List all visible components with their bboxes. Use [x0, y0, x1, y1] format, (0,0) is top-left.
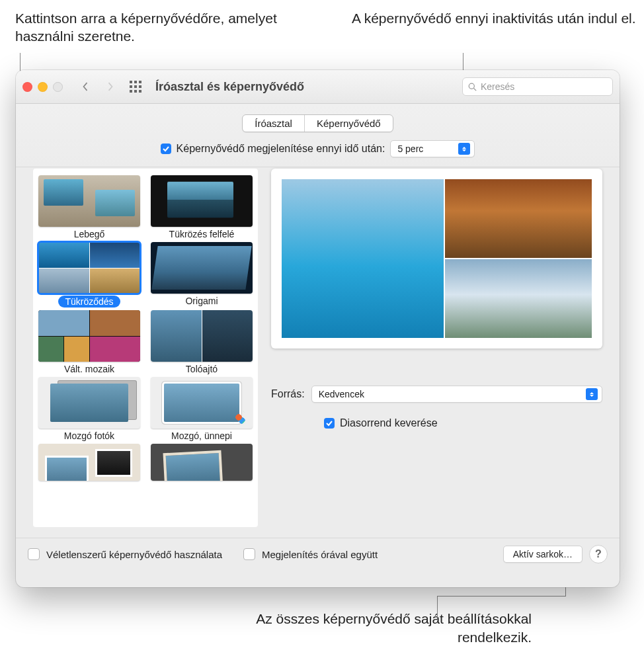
screensaver-thumb-label: Vált. mozaik [64, 364, 114, 374]
show-after-label: Képernyővédő megjelenítése ennyi idő utá… [177, 143, 385, 155]
chevron-up-down-icon [586, 388, 598, 400]
svg-point-9 [469, 83, 474, 89]
zoom-button [53, 82, 63, 92]
back-button[interactable] [76, 78, 95, 95]
shuffle-checkbox[interactable] [324, 418, 335, 429]
clock-checkbox[interactable] [243, 548, 255, 560]
screensaver-thumb-label: Lebegő [74, 229, 105, 239]
tab-desktop[interactable]: Íróasztal [243, 115, 305, 132]
screensaver-thumb[interactable]: Tolóajtó [151, 310, 253, 374]
screensaver-thumb[interactable]: Tükrözés felfelé [151, 175, 253, 239]
screensaver-list[interactable]: LebegőTükrözés felfeléTükröződésOrigamiV… [33, 169, 258, 527]
source-row: Forrás: Kedvencek [271, 386, 602, 403]
svg-rect-0 [130, 81, 132, 83]
svg-rect-6 [130, 90, 132, 93]
screensaver-thumb[interactable]: Origami [151, 242, 253, 308]
search-icon [468, 83, 477, 91]
source-value: Kedvencek [319, 389, 579, 399]
window-controls [22, 82, 63, 92]
forward-button[interactable] [101, 78, 120, 95]
source-popup[interactable]: Kedvencek [311, 386, 602, 403]
screensaver-thumb-label: Mozgó, ünnepi [171, 431, 232, 441]
chevron-up-down-icon [458, 143, 470, 155]
search-input[interactable]: Keresés [462, 77, 613, 96]
tab-bar: Íróasztal Képernyővédő [16, 104, 620, 140]
random-label: Véletlenszerű képernyővédő használata [46, 549, 222, 560]
screensaver-thumb-label: Mozgó fotók [64, 431, 114, 441]
callout-line [437, 596, 438, 620]
screensaver-thumb[interactable]: Fotófolyam [38, 444, 140, 493]
screensaver-thumb[interactable]: Lebegő [38, 175, 140, 239]
clock-label: Megjelenítés órával együtt [262, 549, 378, 560]
source-label: Forrás: [271, 388, 305, 400]
svg-line-10 [474, 88, 477, 91]
screensaver-preview[interactable] [271, 169, 602, 349]
show-all-button[interactable] [126, 81, 145, 93]
shuffle-row: Diasorrend keverése [271, 417, 602, 429]
screensaver-thumb-label: Tolóajtó [186, 364, 218, 374]
callout-bottom: Az összes képernyővédő saját beállítások… [247, 610, 532, 646]
show-after-row: Képernyővédő megjelenítése ennyi idő utá… [16, 140, 620, 167]
shuffle-label: Diasorrend keverése [340, 417, 438, 429]
footer: Véletlenszerű képernyővédő használata Me… [16, 538, 620, 570]
screensaver-thumb-label: Tükrözés felfelé [169, 229, 235, 239]
page-title: Íróasztal és képernyővédő [155, 80, 304, 94]
hot-corners-button[interactable]: Aktív sarkok… [503, 546, 583, 563]
callout-top-right: A képernyővédő ennyi inaktivitás után in… [352, 9, 636, 27]
show-after-checkbox[interactable] [161, 144, 171, 154]
svg-rect-2 [139, 81, 141, 83]
callout-line [437, 596, 566, 596]
screensaver-thumb-label: Origami [185, 296, 218, 306]
random-checkbox[interactable] [28, 548, 40, 560]
minimize-button[interactable] [38, 82, 48, 92]
tab-screensaver[interactable]: Képernyővédő [305, 115, 393, 132]
svg-rect-4 [134, 85, 137, 88]
svg-rect-7 [134, 90, 137, 93]
screensaver-thumb[interactable]: Mozgó, ünnepi [151, 377, 253, 441]
close-button[interactable] [22, 82, 32, 92]
show-after-value: 5 perc [397, 144, 452, 154]
preview-panel: Forrás: Kedvencek Diasorrend keverése [271, 169, 602, 527]
screensaver-thumb[interactable]: Mozgó fotók [38, 377, 140, 441]
svg-rect-1 [134, 81, 137, 83]
show-after-popup[interactable]: 5 perc [390, 140, 475, 157]
help-button[interactable]: ? [589, 545, 608, 563]
toolbar: Íróasztal és képernyővédő Keresés [16, 70, 620, 104]
svg-rect-3 [130, 85, 132, 88]
svg-rect-8 [139, 90, 141, 93]
search-placeholder: Keresés [481, 81, 514, 92]
system-preferences-window: Íróasztal és képernyővédő Keresés Íróasz… [16, 70, 620, 587]
callout-top-left: Kattintson arra a képernyővédőre, amelye… [15, 9, 300, 46]
screensaver-thumb[interactable]: Vált. mozaik [38, 310, 140, 374]
screensaver-thumb[interactable]: Régi képek [151, 444, 253, 493]
screensaver-thumb-label: Tükröződés [58, 296, 120, 308]
screensaver-thumb[interactable]: Tükröződés [38, 242, 140, 308]
svg-rect-5 [139, 85, 141, 88]
